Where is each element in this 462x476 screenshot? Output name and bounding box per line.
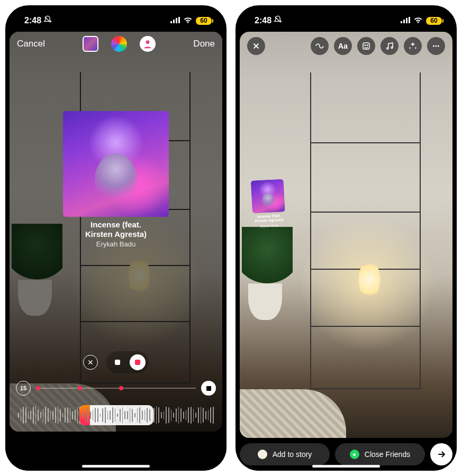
svg-point-12: [387, 48, 388, 49]
wifi-icon: [183, 16, 193, 25]
svg-rect-5: [401, 21, 402, 23]
editor-topbar: Cancel Done: [10, 36, 222, 52]
music-sticker-placed[interactable]: Incense (feat. Kirsten Agresta) Erykah B…: [248, 179, 289, 228]
music-controls: 15: [10, 351, 222, 432]
svg-rect-1: [173, 20, 175, 23]
music-tool-button[interactable]: [381, 37, 398, 55]
svg-point-11: [367, 45, 368, 46]
clip-timeline[interactable]: [36, 388, 196, 389]
close-friends-button[interactable]: Close Friends: [335, 443, 425, 465]
done-button[interactable]: Done: [193, 39, 215, 49]
color-picker-button[interactable]: [111, 36, 127, 52]
close-friends-label: Close Friends: [365, 450, 410, 459]
phone-story-composer: 2:48 60: [235, 5, 457, 471]
waveform-selection[interactable]: [79, 405, 153, 425]
wifi-icon: [413, 16, 423, 25]
svg-point-10: [365, 45, 366, 46]
play-stop-button[interactable]: [201, 381, 216, 396]
bell-slash-icon: [274, 15, 282, 26]
share-bar: Add to story Close Friends: [240, 443, 452, 465]
battery-indicator: 60: [426, 17, 442, 25]
duration-button[interactable]: 15: [16, 381, 31, 396]
status-bar: 2:48 60: [235, 5, 457, 31]
story-avatar-icon: [258, 450, 267, 459]
album-thumbnail-button[interactable]: [83, 36, 98, 52]
battery-indicator: 60: [196, 17, 212, 25]
sticker-style-toggle: [106, 351, 149, 373]
svg-point-14: [433, 45, 434, 47]
close-button[interactable]: [247, 37, 265, 55]
home-indicator: [82, 465, 150, 468]
bell-slash-icon: [43, 15, 52, 26]
add-to-story-button[interactable]: Add to story: [240, 443, 330, 465]
more-tools-button[interactable]: [427, 37, 445, 55]
cancel-button[interactable]: Cancel: [17, 39, 45, 49]
add-to-story-label: Add to story: [273, 450, 312, 459]
svg-rect-6: [403, 20, 405, 23]
svg-point-15: [436, 45, 437, 47]
svg-rect-0: [170, 21, 172, 23]
style-option-a[interactable]: [110, 354, 125, 370]
track-title-line2: Kirsten Agresta): [60, 230, 171, 239]
svg-point-13: [391, 47, 393, 49]
background-photo: [240, 32, 452, 438]
text-tool-label: Aa: [338, 42, 348, 50]
track-title-line1: Incense (feat.: [60, 220, 171, 230]
send-button[interactable]: [430, 443, 452, 465]
clear-style-button[interactable]: [83, 355, 98, 370]
sticker-tool-button[interactable]: [357, 37, 375, 55]
svg-rect-2: [176, 18, 177, 23]
track-artist: Erykah Badu: [60, 240, 171, 248]
editor-canvas: Cancel Done Incense (feat. Kirsten Agres…: [10, 32, 222, 432]
composer-topbar: Aa: [240, 37, 452, 55]
svg-point-16: [438, 45, 439, 47]
waveform-scrubber[interactable]: [16, 403, 216, 427]
close-friends-icon: [350, 450, 359, 459]
status-time: 2:48: [24, 16, 41, 25]
status-time: 2:48: [255, 16, 271, 25]
effects-tool-button[interactable]: [404, 37, 422, 55]
boomerang-icon[interactable]: [311, 37, 329, 55]
album-art: [63, 111, 169, 217]
status-bar: 2:48 60: [5, 5, 227, 31]
avatar-style-button[interactable]: [140, 36, 156, 52]
svg-rect-8: [409, 17, 410, 23]
text-tool-button[interactable]: Aa: [334, 37, 352, 55]
svg-point-4: [146, 40, 150, 44]
cellular-icon: [401, 16, 410, 25]
home-indicator: [312, 465, 380, 468]
cellular-icon: [170, 16, 180, 25]
phone-music-editor: 2:48 60 Cancel: [5, 5, 227, 471]
composer-canvas[interactable]: Aa Incense (feat. Kirsten Agresta): [240, 32, 452, 438]
style-option-b[interactable]: [130, 354, 146, 370]
album-art-small: [251, 179, 285, 213]
svg-rect-7: [406, 18, 407, 23]
music-sticker[interactable]: Incense (feat. Kirsten Agresta) Erykah B…: [60, 111, 171, 248]
svg-rect-3: [178, 17, 180, 23]
